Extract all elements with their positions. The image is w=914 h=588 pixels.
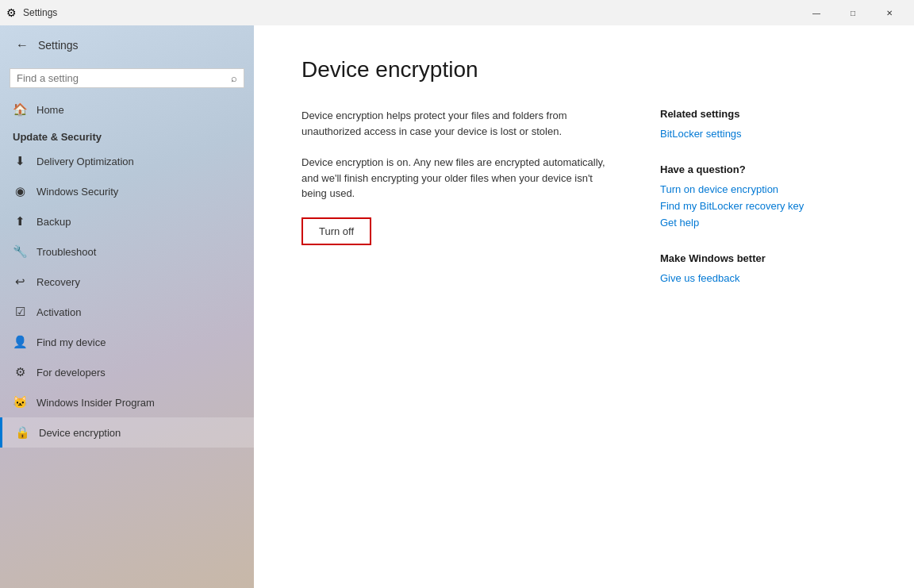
turn-on-encryption-link[interactable]: Turn on device encryption — [660, 183, 866, 195]
device-encryption-sidebar-label: Device encryption — [39, 427, 121, 439]
content-area: Device encryption helps protect your fil… — [301, 108, 866, 289]
sidebar-item-device-encryption[interactable]: 🔒 Device encryption — [0, 417, 254, 448]
sidebar-header: ← Settings — [0, 25, 254, 65]
make-windows-better-title: Make Windows better — [660, 252, 866, 264]
sidebar-item-for-developers[interactable]: ⚙ For developers — [0, 357, 254, 387]
sidebar-item-recovery[interactable]: ↩ Recovery — [0, 267, 254, 297]
have-a-question-title: Have a question? — [660, 163, 866, 175]
home-label: Home — [36, 104, 64, 116]
close-button[interactable]: ✕ — [871, 0, 908, 25]
separator-1 — [660, 144, 866, 163]
description-text: Device encryption helps protect your fil… — [301, 108, 613, 139]
sidebar-item-activation[interactable]: ☑ Activation — [0, 297, 254, 327]
find-device-icon: 👤 — [13, 335, 27, 349]
turn-off-button[interactable]: Turn off — [301, 217, 371, 245]
delivery-icon: ⬇ — [13, 154, 27, 168]
activation-icon: ☑ — [13, 305, 27, 319]
search-input[interactable] — [17, 72, 231, 84]
shield-icon: ◉ — [13, 184, 27, 198]
developers-icon: ⚙ — [13, 365, 27, 379]
give-feedback-link[interactable]: Give us feedback — [660, 272, 866, 284]
backup-label: Backup — [36, 216, 71, 228]
sidebar: ← Settings ⌕ 🏠 Home Update & Security ⬇ … — [0, 25, 254, 588]
recovery-icon: ↩ — [13, 275, 27, 289]
search-icon-button[interactable]: ⌕ — [231, 72, 237, 84]
sidebar-item-troubleshoot[interactable]: 🔧 Troubleshoot — [0, 236, 254, 267]
title-bar: ⚙ Settings — □ ✕ — [0, 0, 914, 25]
title-bar-left: ⚙ Settings — [6, 6, 57, 19]
status-text: Device encryption is on. Any new files a… — [301, 155, 613, 202]
delivery-label: Delivery Optimization — [36, 156, 134, 167]
page-title: Device encryption — [301, 57, 866, 83]
sidebar-item-windows-insider-program[interactable]: 🐱 Windows Insider Program — [0, 387, 254, 417]
title-bar-controls: — □ ✕ — [798, 0, 908, 25]
back-button[interactable]: ← — [13, 35, 32, 56]
find-device-label: Find my device — [36, 336, 106, 348]
title-bar-title: Settings — [23, 7, 57, 18]
sidebar-item-find-my-device[interactable]: 👤 Find my device — [0, 327, 254, 357]
minimize-button[interactable]: — — [798, 0, 835, 25]
related-settings-title: Related settings — [660, 108, 866, 120]
title-bar-icon: ⚙ — [6, 6, 17, 19]
recovery-label: Recovery — [36, 276, 80, 288]
have-a-question-section: Have a question? Turn on device encrypti… — [660, 163, 866, 229]
backup-icon: ⬆ — [13, 214, 27, 229]
sidebar-item-backup[interactable]: ⬆ Backup — [0, 206, 254, 236]
main-section: Device encryption helps protect your fil… — [301, 108, 613, 289]
maximize-button[interactable]: □ — [835, 0, 871, 25]
bitlocker-settings-link[interactable]: BitLocker settings — [660, 128, 866, 140]
separator-2 — [660, 233, 866, 252]
insider-label: Windows Insider Program — [36, 397, 155, 409]
activation-label: Activation — [36, 306, 81, 318]
lock-icon: 🔒 — [15, 425, 29, 440]
main-content: Device encryption Device encryption help… — [254, 25, 914, 588]
troubleshoot-icon: 🔧 — [13, 244, 27, 259]
insider-icon: 🐱 — [13, 395, 27, 409]
home-icon: 🏠 — [13, 102, 27, 117]
sidebar-item-home[interactable]: 🏠 Home — [0, 94, 254, 125]
get-help-link[interactable]: Get help — [660, 217, 866, 229]
app-body: ← Settings ⌕ 🏠 Home Update & Security ⬇ … — [0, 25, 914, 588]
right-panel: Related settings BitLocker settings Have… — [660, 108, 866, 289]
sidebar-section-title: Update & Security — [0, 125, 254, 146]
find-bitlocker-key-link[interactable]: Find my BitLocker recovery key — [660, 200, 866, 212]
sidebar-app-title: Settings — [38, 39, 79, 52]
developers-label: For developers — [36, 367, 106, 379]
make-windows-better-section: Make Windows better Give us feedback — [660, 252, 866, 284]
sidebar-item-delivery-optimization[interactable]: ⬇ Delivery Optimization — [0, 146, 254, 176]
search-box: ⌕ — [10, 68, 244, 88]
sidebar-item-windows-security[interactable]: ◉ Windows Security — [0, 176, 254, 206]
troubleshoot-label: Troubleshoot — [36, 246, 96, 258]
related-settings-section: Related settings BitLocker settings — [660, 108, 866, 140]
windows-security-label: Windows Security — [36, 186, 118, 198]
